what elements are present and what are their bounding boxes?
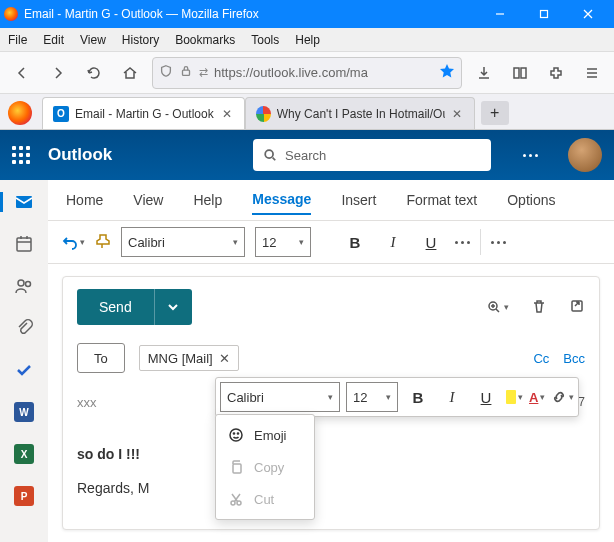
firefox-view-button[interactable] [4, 97, 36, 129]
svg-rect-6 [521, 68, 526, 78]
send-dropdown-button[interactable] [154, 289, 192, 325]
insert-link-button[interactable]: ▾ [551, 389, 574, 405]
highlight-button[interactable]: ▾ [506, 390, 523, 404]
search-box[interactable]: Search [253, 139, 491, 171]
extensions-button[interactable] [542, 59, 570, 87]
cc-button[interactable]: Cc [533, 351, 549, 366]
lock-icon [179, 64, 193, 81]
reload-button[interactable] [80, 59, 108, 87]
nav-todo[interactable] [12, 358, 36, 382]
close-tab-button[interactable]: ✕ [220, 107, 234, 121]
url-text: https://outlook.live.com/ma [214, 65, 433, 80]
send-button[interactable]: Send [77, 289, 154, 325]
tab-outlook[interactable]: O Email - Martin G - Outlook ✕ [42, 97, 245, 129]
float-font-select[interactable]: Calibri▾ [220, 382, 340, 412]
more-options-button[interactable] [491, 241, 506, 244]
menu-tools[interactable]: Tools [251, 33, 279, 47]
zoom-button[interactable]: ▾ [486, 299, 509, 315]
menu-bookmarks[interactable]: Bookmarks [175, 33, 235, 47]
message-body[interactable]: so do I !!! Regards, M [77, 446, 585, 496]
context-emoji[interactable]: Emoji [216, 419, 314, 451]
outlook-favicon: O [53, 106, 69, 122]
home-button[interactable] [116, 59, 144, 87]
permissions-icon[interactable]: ⇄ [199, 66, 208, 79]
format-painter-button[interactable] [95, 233, 111, 252]
tab-label: Email - Martin G - Outlook [75, 107, 214, 121]
bcc-button[interactable]: Bcc [563, 351, 585, 366]
popout-button[interactable] [569, 298, 585, 317]
nav-powerpoint[interactable]: P [12, 484, 36, 508]
more-formatting-button[interactable] [455, 241, 470, 244]
float-bold-button[interactable]: B [404, 389, 432, 406]
app-menu-button[interactable] [578, 59, 606, 87]
font-color-button[interactable]: A▾ [529, 390, 545, 405]
forward-button[interactable] [44, 59, 72, 87]
italic-button[interactable]: I [379, 234, 407, 251]
cut-icon [228, 491, 244, 507]
svg-line-21 [496, 309, 499, 312]
svg-rect-13 [17, 238, 31, 251]
nav-excel[interactable]: X [12, 442, 36, 466]
copy-icon [228, 459, 244, 475]
discard-button[interactable] [531, 298, 547, 317]
nav-files[interactable] [12, 316, 36, 340]
nav-calendar[interactable] [12, 232, 36, 256]
ribbon-tabs: Home View Help Message Insert Format tex… [48, 180, 614, 220]
recipient-chip[interactable]: MNG [Mail] ✕ [139, 345, 239, 371]
font-color-icon: A [529, 390, 538, 405]
bold-button[interactable]: B [341, 234, 369, 251]
ribbon-tab-home[interactable]: Home [66, 186, 103, 214]
to-button[interactable]: To [77, 343, 125, 373]
shield-icon [159, 64, 173, 81]
context-label: Cut [254, 492, 274, 507]
ribbon-tab-options[interactable]: Options [507, 186, 555, 214]
svg-line-11 [273, 158, 276, 161]
search-placeholder: Search [285, 148, 326, 163]
close-window-button[interactable] [566, 0, 610, 28]
nav-mail[interactable] [12, 190, 36, 214]
float-underline-button[interactable]: U [472, 389, 500, 406]
back-button[interactable] [8, 59, 36, 87]
bookmark-star-icon[interactable] [439, 63, 455, 82]
menu-file[interactable]: File [8, 33, 27, 47]
nav-word[interactable]: W [12, 400, 36, 424]
ribbon-tab-format[interactable]: Format text [406, 186, 477, 214]
divider [480, 229, 481, 255]
search-icon [263, 148, 277, 162]
undo-button[interactable]: ▾ [62, 234, 85, 250]
menu-history[interactable]: History [122, 33, 159, 47]
header-more-button[interactable] [523, 154, 538, 157]
ribbon-tab-insert[interactable]: Insert [341, 186, 376, 214]
ribbon-tab-help[interactable]: Help [193, 186, 222, 214]
underline-button[interactable]: U [417, 234, 445, 251]
titlebar: Email - Martin G - Outlook — Mozilla Fir… [0, 0, 614, 28]
url-bar[interactable]: ⇄ https://outlook.live.com/ma [152, 57, 462, 89]
svg-point-17 [18, 280, 24, 286]
menu-edit[interactable]: Edit [43, 33, 64, 47]
tab-search[interactable]: Why Can't I Paste In Hotmail/Outl ✕ [245, 97, 475, 129]
menu-help[interactable]: Help [295, 33, 320, 47]
svg-rect-12 [16, 196, 32, 208]
close-tab-button[interactable]: ✕ [451, 107, 464, 121]
context-menu: Emoji Copy Cut [215, 414, 315, 520]
svg-point-27 [237, 433, 238, 434]
font-size-select[interactable]: 12▾ [255, 227, 311, 257]
float-size-select[interactable]: 12▾ [346, 382, 398, 412]
remove-recipient-button[interactable]: ✕ [219, 351, 230, 366]
new-tab-button[interactable]: + [481, 101, 509, 125]
menubar: File Edit View History Bookmarks Tools H… [0, 28, 614, 52]
firefox-icon [8, 101, 32, 125]
subject-input[interactable]: xxx [77, 395, 97, 410]
user-avatar[interactable] [568, 138, 602, 172]
downloads-button[interactable] [470, 59, 498, 87]
menu-view[interactable]: View [80, 33, 106, 47]
nav-people[interactable] [12, 274, 36, 298]
float-italic-button[interactable]: I [438, 389, 466, 406]
library-button[interactable] [506, 59, 534, 87]
minimize-button[interactable] [478, 0, 522, 28]
app-launcher-button[interactable] [12, 146, 30, 164]
ribbon-tab-message[interactable]: Message [252, 185, 311, 215]
ribbon-tab-view[interactable]: View [133, 186, 163, 214]
maximize-button[interactable] [522, 0, 566, 28]
font-select[interactable]: Calibri▾ [121, 227, 245, 257]
